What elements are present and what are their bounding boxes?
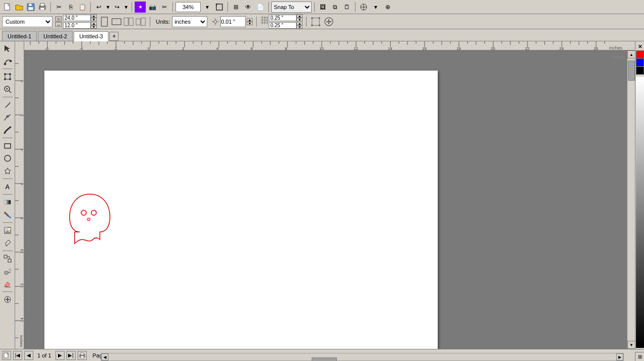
zoom-tool[interactable]	[2, 83, 14, 95]
portrait-btn[interactable]	[99, 16, 110, 27]
snap-x-up[interactable]: ▲	[247, 18, 253, 22]
eraser-tool[interactable]	[2, 278, 14, 290]
image-tool[interactable]	[2, 224, 14, 236]
color-swatch-red[interactable]	[636, 50, 644, 58]
height-input[interactable]	[63, 22, 91, 29]
zoom-fit-button[interactable]	[214, 2, 225, 13]
svg-rect-22	[141, 18, 145, 25]
new-doc-btn[interactable]	[2, 351, 11, 360]
svg-point-63	[9, 228, 11, 230]
undo-button[interactable]: ↩	[93, 2, 104, 13]
transform-btn[interactable]	[310, 16, 321, 27]
pen-tool[interactable]	[2, 111, 14, 124]
vscroll-thumb[interactable]	[628, 61, 635, 81]
ghost-drawing	[65, 192, 125, 252]
units-select[interactable]: inches mm cm px	[172, 16, 207, 27]
width-down[interactable]: ▼	[91, 18, 97, 21]
gradient-tool[interactable]	[2, 196, 14, 208]
new-button[interactable]	[2, 2, 13, 13]
height-down[interactable]: ▼	[91, 25, 97, 29]
snap-x-input[interactable]	[220, 16, 246, 27]
hscroll-right-btn[interactable]: ▶	[616, 353, 623, 360]
star-tool[interactable]	[2, 165, 14, 177]
svg-rect-42	[4, 63, 6, 65]
tab-untitled1[interactable]: Untitled-1	[2, 31, 37, 41]
width-input[interactable]	[63, 15, 91, 21]
undo-arrow[interactable]: ▾	[105, 2, 111, 13]
open-button[interactable]	[14, 2, 25, 13]
prev-btn[interactable]: ◀	[24, 351, 33, 360]
canvas-scroll-area[interactable]: inches	[24, 50, 627, 349]
vscroll-down-btn[interactable]: ▼	[627, 341, 635, 349]
height-up[interactable]: ▲	[91, 22, 97, 25]
snap-x-down[interactable]: ▼	[247, 22, 253, 25]
fill-tool[interactable]	[2, 209, 14, 221]
zoom-input[interactable]	[175, 2, 201, 12]
vscroll-up-btn[interactable]: ▲	[627, 50, 635, 58]
transform-tool[interactable]	[2, 71, 14, 83]
grid-x-input[interactable]	[269, 15, 297, 21]
edit-tools: ✂ ⎘ 📋	[53, 2, 88, 13]
booklet-btn[interactable]	[135, 16, 146, 27]
width-up[interactable]: ▲	[91, 14, 97, 18]
layer-button[interactable]: ⧉	[329, 2, 340, 13]
rect-tool[interactable]	[2, 140, 14, 152]
more-btn[interactable]: ⊕	[382, 2, 393, 13]
add-btn[interactable]	[2, 293, 14, 306]
select-tool[interactable]	[2, 42, 14, 54]
camera-button[interactable]: 📷	[147, 2, 158, 13]
cut-button[interactable]: ✂	[53, 2, 65, 13]
expand-btn[interactable]: ⊞	[635, 352, 644, 361]
connector-tool[interactable]	[2, 253, 14, 265]
separator-8	[355, 2, 356, 12]
bitmap-button[interactable]: 🗒	[341, 2, 353, 13]
hscroll-left-btn[interactable]: ◀	[101, 353, 108, 360]
landscape-btn[interactable]	[111, 16, 122, 27]
hscrollbar[interactable]: ◀ ▶	[101, 353, 624, 361]
print-status-btn[interactable]	[78, 351, 87, 360]
tab-add-button[interactable]: +	[109, 32, 119, 41]
redo-arrow[interactable]: ▾	[123, 2, 129, 13]
grid-y-up[interactable]: ▲	[297, 22, 303, 25]
grid-y-down[interactable]: ▼	[297, 25, 303, 29]
eyedrop-tool[interactable]	[2, 237, 14, 249]
tab-untitled2[interactable]: Untitled-2	[38, 31, 73, 41]
double-page-btn[interactable]	[123, 16, 134, 27]
color-swatch-blue[interactable]	[636, 58, 644, 67]
page-button[interactable]: 📄	[255, 2, 266, 13]
special-button[interactable]: ★	[135, 2, 146, 13]
tab-untitled3[interactable]: Untitled-3	[74, 31, 108, 41]
vertical-scrollbar[interactable]: ▲ ▼	[627, 50, 635, 349]
cut2-button[interactable]: ✂	[159, 2, 170, 13]
save-button[interactable]	[25, 2, 36, 13]
print-button[interactable]	[37, 2, 48, 13]
paste-button[interactable]: 📋	[77, 2, 88, 13]
add-page-btn[interactable]	[323, 16, 334, 27]
color-btn[interactable]: ▾	[370, 2, 381, 13]
text-tool[interactable]: A	[2, 180, 14, 193]
snap-to-select[interactable]: Snap To	[271, 2, 312, 13]
zoom-dropdown[interactable]: ▾	[202, 2, 213, 13]
grid-button[interactable]: ⊞	[230, 2, 242, 13]
redo-button[interactable]: ↪	[111, 2, 123, 13]
view-button[interactable]: 👁	[243, 2, 254, 13]
pencil-tool[interactable]	[2, 99, 14, 111]
color-dropper[interactable]	[358, 2, 369, 13]
prev-first-btn[interactable]: |◀	[13, 351, 22, 360]
color-swatch-black[interactable]	[636, 67, 644, 75]
circle-tool[interactable]	[2, 152, 14, 164]
height-row: ▲ ▼	[63, 22, 97, 29]
photo-button[interactable]: 🖼	[317, 2, 328, 13]
copy-button[interactable]: ⎘	[65, 2, 76, 13]
node-tool[interactable]	[2, 55, 14, 67]
next-last-btn[interactable]: ▶|	[67, 351, 76, 360]
callig-tool[interactable]	[2, 124, 14, 136]
spray-tool[interactable]	[2, 265, 14, 277]
grid-x-up[interactable]: ▲	[297, 14, 303, 18]
color-panel-close[interactable]: ✕	[636, 42, 644, 50]
next-btn[interactable]: ▶	[55, 351, 65, 360]
grid-x-down[interactable]: ▼	[297, 18, 303, 21]
grid-y-input[interactable]	[269, 22, 297, 29]
hscroll-thumb[interactable]	[312, 357, 337, 361]
page-size-select[interactable]: Custom Letter A4	[2, 16, 52, 27]
